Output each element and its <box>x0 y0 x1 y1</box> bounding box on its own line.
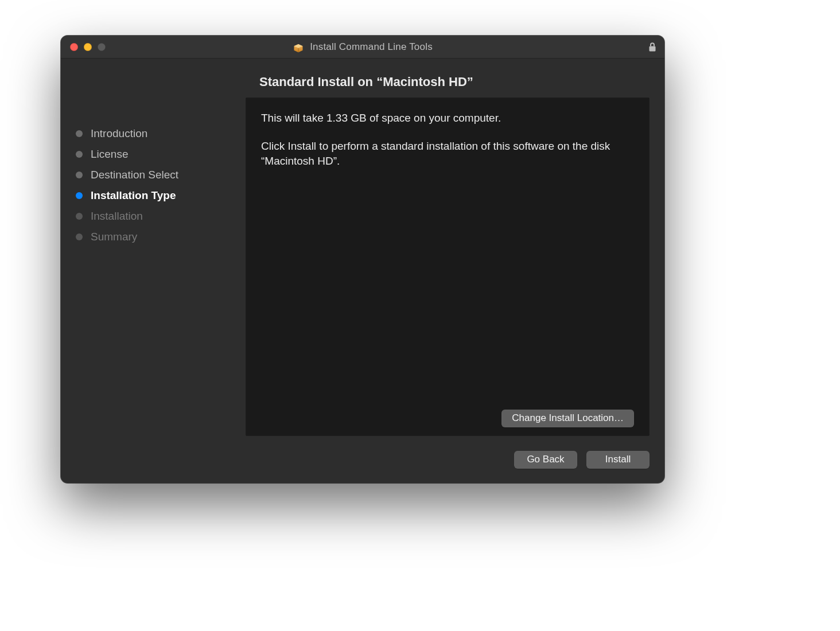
window-zoom-button[interactable] <box>98 43 106 51</box>
step-destination-select: Destination Select <box>76 169 233 181</box>
change-install-location-button[interactable]: Change Install Location… <box>501 410 634 427</box>
step-label: Introduction <box>91 127 147 140</box>
step-installation: Installation <box>76 210 233 223</box>
step-bullet-icon <box>76 172 83 178</box>
install-size-text: This will take 1.33 GB of space on your … <box>261 111 634 126</box>
titlebar: Install Command Line Tools <box>61 36 664 59</box>
window-title: Install Command Line Tools <box>310 41 433 53</box>
installer-steps-sidebar: Introduction License Destination Select <box>61 59 240 436</box>
step-bullet-icon <box>76 213 83 220</box>
svg-marker-0 <box>294 44 303 52</box>
step-label: License <box>91 148 129 161</box>
step-label: Summary <box>91 231 137 243</box>
step-label: Destination Select <box>91 169 178 181</box>
step-bullet-icon <box>76 151 83 158</box>
step-label: Installation Type <box>91 189 176 202</box>
step-summary: Summary <box>76 231 233 243</box>
step-bullet-icon <box>76 192 83 199</box>
step-license: License <box>76 148 233 161</box>
step-introduction: Introduction <box>76 127 233 140</box>
traffic-lights <box>61 43 106 51</box>
step-installation-type: Installation Type <box>76 189 233 202</box>
go-back-button[interactable]: Go Back <box>514 451 577 469</box>
svg-rect-2 <box>650 46 656 51</box>
install-button[interactable]: Install <box>586 451 650 469</box>
window-close-button[interactable] <box>70 43 78 51</box>
main-heading: Standard Install on “Macintosh HD” <box>259 75 650 89</box>
window-minimize-button[interactable] <box>84 43 92 51</box>
install-instruction-text: Click Install to perform a standard inst… <box>261 139 634 169</box>
bottom-bar: Go Back Install <box>61 436 664 483</box>
installer-main: Standard Install on “Macintosh HD” This … <box>240 59 664 436</box>
svg-marker-1 <box>294 44 303 48</box>
step-bullet-icon <box>76 130 83 137</box>
lock-icon[interactable] <box>648 36 656 58</box>
package-icon <box>293 41 304 53</box>
installer-window: Install Command Line Tools Introduction <box>61 36 664 483</box>
step-bullet-icon <box>76 233 83 240</box>
content-panel: This will take 1.33 GB of space on your … <box>246 98 650 436</box>
step-label: Installation <box>91 210 143 223</box>
